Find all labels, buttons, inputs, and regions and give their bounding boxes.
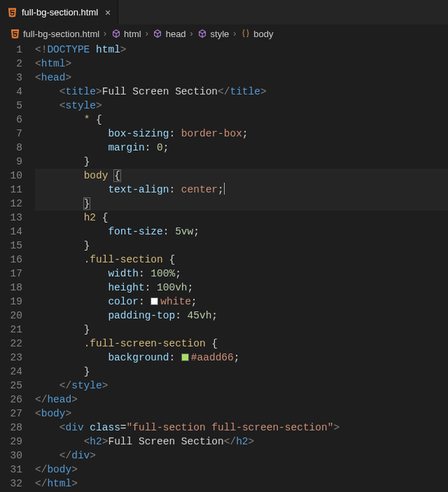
breadcrumb-label: head <box>166 29 186 39</box>
line-number: 9 <box>0 155 22 169</box>
chevron-right-icon: › <box>146 29 148 38</box>
line-number: 31 <box>0 463 22 477</box>
breadcrumb-label: body <box>253 29 273 39</box>
line-number: 7 <box>0 127 22 141</box>
close-icon[interactable]: × <box>105 7 111 18</box>
line-number-gutter: 1234567891011121314151617181920212223242… <box>0 43 35 491</box>
color-swatch <box>150 297 158 305</box>
line-number: 19 <box>0 295 22 309</box>
line-number: 27 <box>0 407 22 421</box>
line-number: 11 <box>0 183 22 197</box>
breadcrumbs[interactable]: full-bg-section.html › html › head › sty… <box>0 24 448 43</box>
line-number: 12 <box>0 197 22 211</box>
line-number: 15 <box>0 239 22 253</box>
line-number: 13 <box>0 211 22 225</box>
html-file-icon <box>10 29 20 39</box>
line-number: 3 <box>0 71 22 85</box>
line-number: 25 <box>0 379 22 393</box>
breadcrumb-label: style <box>211 29 230 39</box>
selector-icon <box>240 29 251 39</box>
line-number: 23 <box>0 351 22 365</box>
line-number: 6 <box>0 113 22 127</box>
line-number: 2 <box>0 57 22 71</box>
editor-tab[interactable]: full-bg-section.html × <box>0 0 118 24</box>
line-number: 17 <box>0 267 22 281</box>
symbol-icon <box>111 29 121 39</box>
line-number: 10 <box>0 169 22 183</box>
chevron-right-icon: › <box>190 29 193 38</box>
breadcrumb-label: full-bg-section.html <box>23 29 99 39</box>
tab-filename: full-bg-section.html <box>22 7 98 17</box>
code-editor[interactable]: 1234567891011121314151617181920212223242… <box>0 43 448 491</box>
line-number: 16 <box>0 253 22 267</box>
breadcrumb-item[interactable]: body <box>240 29 273 39</box>
chevron-right-icon: › <box>233 29 236 38</box>
symbol-icon <box>197 29 208 39</box>
line-number: 20 <box>0 309 22 323</box>
text-cursor <box>224 183 225 195</box>
html-file-icon <box>7 7 18 17</box>
line-number: 29 <box>0 435 22 449</box>
line-number: 28 <box>0 421 22 435</box>
line-number: 18 <box>0 281 22 295</box>
breadcrumb-item[interactable]: full-bg-section.html <box>10 29 99 39</box>
breadcrumb-item[interactable]: html <box>111 29 141 39</box>
line-number: 30 <box>0 449 22 463</box>
symbol-icon <box>153 29 163 39</box>
line-number: 1 <box>0 43 22 57</box>
color-swatch <box>181 353 189 361</box>
line-number: 32 <box>0 477 22 491</box>
line-number: 5 <box>0 99 22 113</box>
breadcrumb-item[interactable]: style <box>197 29 230 39</box>
code-content[interactable]: <!DOCTYPE html> <html> <head> <title>Ful… <box>35 43 448 491</box>
line-number: 8 <box>0 141 22 155</box>
line-number: 24 <box>0 365 22 379</box>
tab-bar: full-bg-section.html × <box>0 0 448 24</box>
line-number: 4 <box>0 85 22 99</box>
chevron-right-icon: › <box>104 29 106 38</box>
breadcrumb-label: html <box>124 29 141 39</box>
line-number: 14 <box>0 225 22 239</box>
line-number: 22 <box>0 337 22 351</box>
breadcrumb-item[interactable]: head <box>153 29 186 39</box>
line-number: 26 <box>0 393 22 407</box>
line-number: 21 <box>0 323 22 337</box>
